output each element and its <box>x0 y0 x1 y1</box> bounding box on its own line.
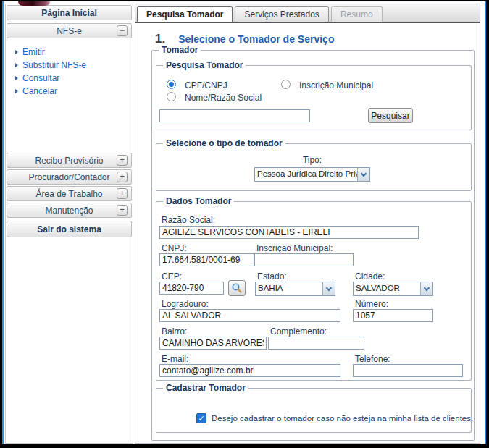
pesquisa-tomador-legend: Pesquisa Tomador <box>163 60 246 70</box>
page-accent-border-left <box>2 1 4 444</box>
cadastrar-checkbox-label[interactable]: Desejo cadastrar o tomador caso não este… <box>212 414 473 423</box>
razao-social-field[interactable] <box>159 226 419 239</box>
estado-label: Estado: <box>257 271 287 282</box>
bairro-label: Bairro: <box>162 326 187 337</box>
radio-nome-razao-social-label[interactable]: Nome/Razão Social <box>185 93 262 103</box>
sidebar-item-sair-do-sistema[interactable]: Sair do sistema <box>7 221 132 237</box>
accordion-label: Procurador/Contador <box>28 172 109 182</box>
step-number: 1. <box>155 32 165 46</box>
accordion-label: NFS-e <box>57 26 82 36</box>
logo-partial-image <box>18 1 50 6</box>
razao-social-label: Razão Social: <box>162 215 215 225</box>
collapse-minus-icon[interactable]: − <box>117 25 128 36</box>
inscricao-municipal-field[interactable] <box>254 253 354 266</box>
telefone-label: Telefone: <box>355 354 390 364</box>
menu-item-label: Substituir NFS-e <box>22 60 86 70</box>
chevron-down-icon[interactable] <box>357 168 369 181</box>
complemento-field[interactable] <box>268 337 364 350</box>
tomador-legend: Tomador <box>159 45 201 55</box>
sidebar: Página Inicial NFS-e − Emitir Substituir… <box>5 4 133 444</box>
window-frame-right <box>486 0 489 448</box>
accordion-header-recibo-provisorio[interactable]: Recibo Provisório + <box>7 153 132 168</box>
tipo-select[interactable]: Pessoa Jurídica Direito Privad <box>254 167 370 182</box>
window-frame-left <box>0 0 2 448</box>
radio-inscricao-municipal[interactable] <box>281 80 291 89</box>
menu-item-label: Cancelar <box>22 86 57 96</box>
logradouro-field[interactable] <box>159 309 340 322</box>
window-frame-bottom <box>0 444 489 448</box>
tab-servicos-prestados[interactable]: Serviços Prestados <box>235 6 328 22</box>
accordion-label: Recibo Provisório <box>35 156 103 166</box>
email-label: E-mail: <box>162 354 188 364</box>
page-title: Selecione o Tomador de Serviço <box>178 33 334 45</box>
accordion-label: Área de Trabalho <box>35 189 102 199</box>
accordion-header-nfse[interactable]: NFS-e − <box>7 23 132 38</box>
cadastrar-tomador-fieldset: Cadastrar Tomador Desejo cadastrar o tom… <box>156 388 472 433</box>
cadastrar-checkbox[interactable] <box>196 413 206 423</box>
logradouro-label: Logradouro: <box>162 299 209 309</box>
radio-cpf-cnpj[interactable] <box>167 80 176 89</box>
accordion-header-procurador-contador[interactable]: Procurador/Contador + <box>7 169 132 185</box>
sidebar-item-emitir[interactable]: Emitir <box>15 46 133 59</box>
triangle-bullet-icon <box>15 63 18 67</box>
sidebar-item-cancelar[interactable]: Cancelar <box>15 85 133 98</box>
cadastrar-tomador-legend: Cadastrar Tomador <box>163 383 248 393</box>
sidebar-header-label: Página Inicial <box>41 8 97 18</box>
sidebar-header-pagina-inicial[interactable]: Página Inicial <box>7 5 132 20</box>
nfse-portal-window: Página Inicial NFS-e − Emitir Substituir… <box>0 0 489 448</box>
radio-nome-razao-social[interactable] <box>167 92 176 101</box>
inscricao-municipal-label: Inscrição Municipal: <box>256 243 333 253</box>
email-field[interactable] <box>159 364 340 377</box>
step-heading: 1.Selecione o Tomador de Serviço <box>155 32 334 46</box>
cep-field[interactable] <box>159 282 224 295</box>
magnifier-icon <box>231 282 243 294</box>
expand-plus-icon[interactable]: + <box>117 155 128 166</box>
numero-field[interactable] <box>353 309 433 322</box>
accordion-header-area-de-trabalho[interactable]: Área de Trabalho + <box>7 186 132 201</box>
pesquisa-tomador-fieldset: Pesquisa Tomador CPF/CNPJ Nome/Razão Soc… <box>156 65 472 130</box>
tab-pesquisa-tomador[interactable]: Pesquisa Tomador <box>137 6 233 22</box>
triangle-bullet-icon <box>15 89 18 93</box>
numero-label: Número: <box>355 299 388 309</box>
main-panel: Pesquisa Tomador Serviços Prestados Resu… <box>135 4 480 444</box>
tomador-fieldset: Tomador Pesquisa Tomador CPF/CNPJ Nome/R… <box>151 50 475 441</box>
pesquisar-button[interactable]: Pesquisar <box>368 108 413 123</box>
nfse-menu: Emitir Substituir NFS-e Consultar Cancel… <box>6 38 133 151</box>
radio-cpf-cnpj-label[interactable]: CPF/CNPJ <box>185 80 227 90</box>
menu-item-label: Emitir <box>22 47 45 57</box>
cep-label: CEP: <box>162 271 182 282</box>
cidade-select[interactable]: SALVADOR <box>353 282 433 296</box>
logout-label: Sair do sistema <box>37 224 101 234</box>
bairro-field[interactable] <box>159 337 267 350</box>
cidade-select-value: SALVADOR <box>354 282 420 295</box>
tab-resumo: Resumo <box>331 6 383 22</box>
tipo-label: Tipo: <box>254 155 370 165</box>
cnpj-field[interactable] <box>159 253 254 266</box>
tab-strip: Pesquisa Tomador Serviços Prestados Resu… <box>135 4 480 23</box>
estado-select[interactable]: BAHIA <box>255 282 335 296</box>
cep-search-button[interactable] <box>228 280 246 296</box>
expand-plus-icon[interactable]: + <box>117 172 128 182</box>
sidebar-item-substituir-nfse[interactable]: Substituir NFS-e <box>15 59 133 72</box>
triangle-bullet-icon <box>15 50 18 54</box>
sidebar-item-consultar[interactable]: Consultar <box>15 72 133 85</box>
tipo-tomador-legend: Selecione o tipo de tomador <box>163 138 285 148</box>
accordion-label: Manutenção <box>45 206 93 216</box>
complemento-label: Complemento: <box>270 326 327 337</box>
cnpj-label: CNPJ: <box>162 243 187 253</box>
accordion-header-manutencao[interactable]: Manutenção + <box>7 203 132 218</box>
expand-plus-icon[interactable]: + <box>117 205 128 216</box>
chevron-down-icon[interactable] <box>420 282 432 295</box>
dados-tomador-legend: Dados Tomador <box>163 196 234 206</box>
estado-select-value: BAHIA <box>256 282 322 295</box>
tipo-tomador-fieldset: Selecione o tipo de tomador Tipo: Pessoa… <box>156 143 472 191</box>
cidade-label: Cidade: <box>355 271 385 282</box>
search-tomador-input[interactable] <box>159 109 310 122</box>
telefone-field[interactable] <box>353 364 463 377</box>
menu-item-label: Consultar <box>22 73 59 83</box>
chevron-down-icon[interactable] <box>322 282 335 295</box>
expand-plus-icon[interactable]: + <box>117 188 128 199</box>
radio-inscricao-municipal-label[interactable]: Inscrição Municipal <box>299 80 373 90</box>
window-frame-top <box>0 0 489 1</box>
tipo-select-value: Pessoa Jurídica Direito Privad <box>255 168 357 181</box>
